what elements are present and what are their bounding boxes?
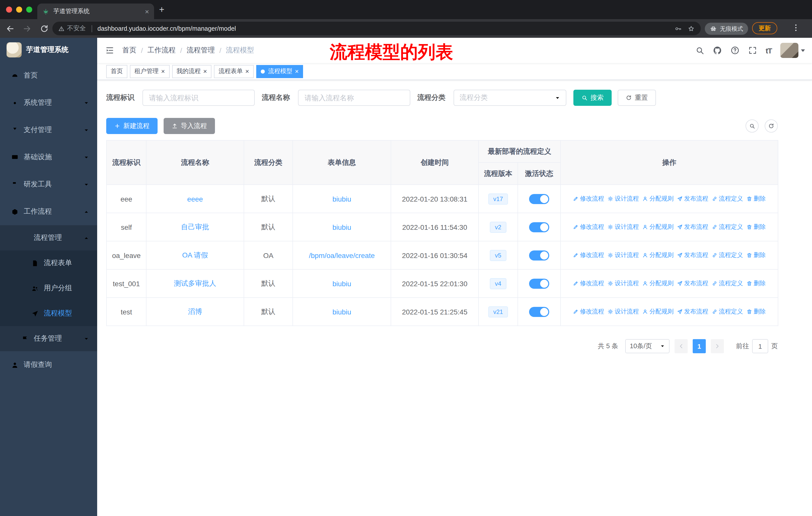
delete-process-link[interactable]: 删除 (747, 223, 766, 231)
breadcrumb-home[interactable]: 首页 (122, 46, 137, 55)
sidebar-item-task-management[interactable]: 任务管理 (0, 326, 97, 351)
sidebar-item-devtools[interactable]: 研发工具 (0, 171, 97, 198)
edit-process-link[interactable]: 修改流程 (573, 279, 604, 288)
active-toggle[interactable] (529, 250, 549, 260)
process-name-link[interactable]: 测试多审批人 (174, 279, 216, 287)
edit-process-link[interactable]: 修改流程 (573, 223, 604, 231)
fullscreen-icon[interactable] (748, 46, 757, 55)
tag-my-process[interactable]: 我的流程 × (172, 65, 211, 78)
reload-button[interactable] (37, 21, 51, 35)
publish-process-link[interactable]: 发布流程 (677, 279, 708, 288)
sidebar-item-process-model[interactable]: 流程模型 (0, 301, 97, 326)
browser-tab[interactable]: 芋道管理系统 × (37, 3, 154, 19)
help-icon[interactable] (730, 46, 740, 55)
tag-close-icon[interactable]: × (295, 68, 299, 75)
tab-close-icon[interactable]: × (145, 8, 149, 15)
search-button[interactable]: 搜索 (573, 90, 612, 106)
assign-rule-link[interactable]: 分配规则 (642, 194, 673, 203)
active-toggle[interactable] (529, 222, 549, 232)
process-name-link[interactable]: 滔博 (188, 307, 202, 315)
delete-process-link[interactable]: 删除 (747, 251, 766, 260)
security-indicator[interactable]: 不安全 (58, 24, 86, 33)
sidebar-item-system[interactable]: 系统管理 (0, 89, 97, 116)
process-definition-link[interactable]: 流程定义 (712, 251, 743, 260)
delete-process-link[interactable]: 删除 (747, 194, 766, 203)
import-process-button[interactable]: 导入流程 (164, 118, 215, 134)
window-close-button[interactable] (6, 6, 12, 12)
tag-close-icon[interactable]: × (203, 68, 207, 75)
user-menu[interactable] (780, 43, 805, 58)
design-process-link[interactable]: 设计流程 (608, 279, 639, 288)
delete-process-link[interactable]: 删除 (747, 307, 766, 316)
assign-rule-link[interactable]: 分配规则 (642, 279, 673, 288)
sidebar-item-infrastructure[interactable]: 基础设施 (0, 144, 97, 171)
breadcrumb-process-management[interactable]: 流程管理 (187, 46, 215, 55)
edit-process-link[interactable]: 修改流程 (573, 194, 604, 203)
tag-home[interactable]: 首页 (106, 65, 127, 78)
process-name-link[interactable]: 自己审批 (181, 222, 209, 230)
page-size-select[interactable]: 10条/页 (625, 339, 670, 353)
assign-rule-link[interactable]: 分配规则 (642, 223, 673, 231)
assign-rule-link[interactable]: 分配规则 (642, 251, 673, 260)
password-key-icon[interactable] (674, 25, 682, 32)
sidebar-item-workflow[interactable]: 工作流程 (0, 198, 97, 225)
edit-process-link[interactable]: 修改流程 (573, 251, 604, 260)
create-process-button[interactable]: 新建流程 (106, 118, 157, 134)
address-bar[interactable]: 不安全 dashboard.yudao.iocoder.cn/bpm/manag… (52, 22, 701, 35)
active-toggle[interactable] (529, 194, 549, 204)
active-toggle[interactable] (529, 278, 549, 289)
sidebar-item-home[interactable]: 首页 (0, 62, 97, 89)
goto-page-input[interactable] (752, 339, 768, 353)
page-number-button[interactable]: 1 (693, 339, 706, 353)
browser-menu-icon[interactable] (791, 23, 801, 32)
form-info-link[interactable]: biubiu (332, 195, 351, 203)
prev-page-button[interactable] (674, 339, 688, 353)
new-tab-button[interactable]: + (159, 5, 164, 14)
tag-tenant-management[interactable]: 租户管理 × (130, 65, 169, 78)
avatar[interactable] (780, 43, 799, 58)
delete-process-link[interactable]: 删除 (747, 279, 766, 288)
publish-process-link[interactable]: 发布流程 (677, 307, 708, 316)
edit-process-link[interactable]: 修改流程 (573, 307, 604, 316)
process-definition-link[interactable]: 流程定义 (712, 194, 743, 203)
form-info-link[interactable]: /bpm/oa/leave/create (309, 251, 375, 259)
publish-process-link[interactable]: 发布流程 (677, 194, 708, 203)
sidebar-item-leave-query[interactable]: 请假查询 (0, 351, 97, 378)
design-process-link[interactable]: 设计流程 (608, 307, 639, 316)
browser-update-button[interactable]: 更新 (752, 22, 777, 34)
window-zoom-button[interactable] (26, 6, 32, 12)
search-icon[interactable] (695, 46, 704, 55)
tag-close-icon[interactable]: × (161, 68, 165, 75)
design-process-link[interactable]: 设计流程 (608, 194, 639, 203)
sidebar-item-process-form[interactable]: 流程表单 (0, 250, 97, 276)
forward-button[interactable] (20, 21, 34, 35)
sidebar-item-user-group[interactable]: 用户分组 (0, 276, 97, 301)
window-minimize-button[interactable] (16, 6, 22, 12)
toggle-search-button[interactable] (746, 119, 759, 133)
design-process-link[interactable]: 设计流程 (608, 223, 639, 231)
process-name-input[interactable] (298, 90, 410, 106)
form-info-link[interactable]: biubiu (332, 308, 351, 316)
process-name-link[interactable]: eeee (187, 195, 203, 203)
assign-rule-link[interactable]: 分配规则 (642, 307, 673, 316)
tag-process-model[interactable]: 流程模型 × (256, 65, 303, 78)
form-info-link[interactable]: biubiu (332, 279, 351, 288)
active-toggle[interactable] (529, 307, 549, 317)
form-info-link[interactable]: biubiu (332, 223, 351, 231)
refresh-table-button[interactable] (765, 119, 778, 133)
bookmark-star-icon[interactable] (688, 25, 695, 32)
back-button[interactable] (3, 21, 17, 35)
sidebar-item-payment[interactable]: 支付管理 (0, 116, 97, 144)
publish-process-link[interactable]: 发布流程 (677, 251, 708, 260)
publish-process-link[interactable]: 发布流程 (677, 223, 708, 231)
process-category-select[interactable]: 流程分类 (454, 90, 566, 106)
tag-close-icon[interactable]: × (245, 68, 249, 75)
font-size-icon[interactable]: tT (766, 46, 772, 55)
sidebar-item-process-management[interactable]: 流程管理 (0, 225, 97, 250)
process-definition-link[interactable]: 流程定义 (712, 223, 743, 231)
breadcrumb-workflow[interactable]: 工作流程 (147, 46, 176, 55)
design-process-link[interactable]: 设计流程 (608, 251, 639, 260)
reset-button[interactable]: 重置 (618, 90, 656, 106)
sidebar-collapse-icon[interactable] (105, 46, 114, 55)
github-icon[interactable] (713, 46, 722, 55)
